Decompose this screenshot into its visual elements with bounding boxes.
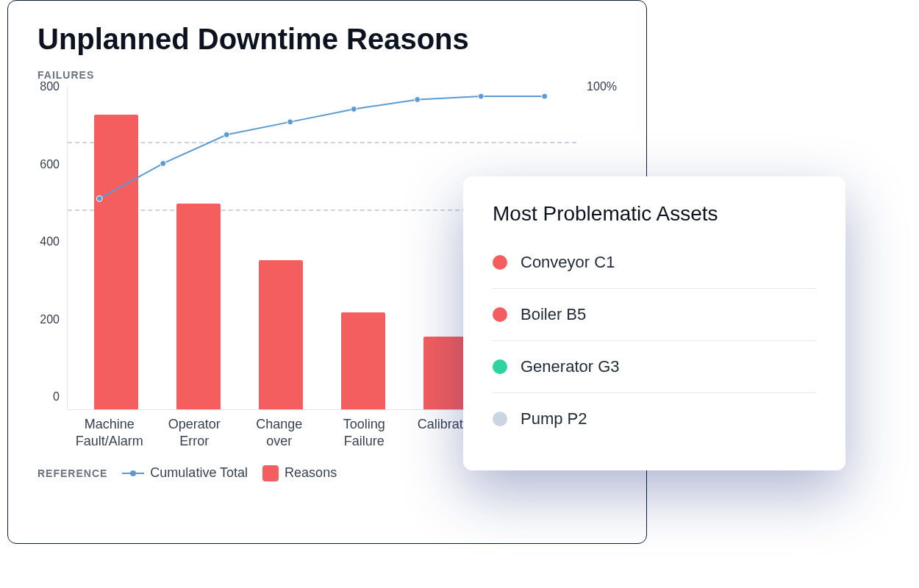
chart-bar: [341, 312, 385, 409]
x-tick: Machine Fault/Alarm: [73, 416, 146, 451]
chart-y-axis: 800 600 400 200 0: [37, 87, 67, 410]
assets-title: Most Problematic Assets: [493, 202, 816, 226]
x-tick: Operator Error: [157, 416, 231, 451]
legend-line-label: Cumulative Total: [150, 465, 248, 481]
chart-title: Unplanned Downtime Reasons: [37, 23, 617, 56]
status-dot-icon: [493, 412, 507, 426]
status-dot-icon: [493, 359, 507, 374]
x-tick: Change over: [243, 416, 316, 451]
legend-item-line: Cumulative Total: [122, 465, 248, 481]
asset-row[interactable]: Generator G3: [493, 341, 816, 393]
chart-bar: [176, 204, 221, 409]
legend-item-bar: Reasons: [262, 465, 337, 481]
chart-bar: [423, 337, 468, 409]
bar-swatch-icon: [262, 465, 279, 481]
legend-reference-label: REFERENCE: [37, 467, 107, 479]
x-tick: Tooling Failure: [327, 416, 401, 451]
y-tick: 800: [37, 80, 60, 93]
line-swatch-icon: [122, 473, 144, 474]
asset-name: Boiler B5: [521, 305, 586, 324]
y-tick: 600: [37, 158, 60, 171]
chart-bar: [259, 260, 303, 409]
assets-list: Conveyor C1Boiler B5Generator G3Pump P2: [493, 237, 816, 445]
status-dot-icon: [493, 255, 507, 270]
asset-row[interactable]: Conveyor C1: [493, 237, 816, 289]
y-tick: 0: [37, 390, 60, 404]
assets-card: Most Problematic Assets Conveyor C1Boile…: [463, 176, 845, 470]
asset-name: Pump P2: [521, 409, 587, 429]
chart-y-axis-label: FAILURES: [37, 69, 617, 81]
status-dot-icon: [493, 307, 507, 322]
y-tick: 200: [37, 313, 60, 326]
asset-row[interactable]: Boiler B5: [493, 289, 816, 341]
legend-bar-label: Reasons: [285, 465, 337, 481]
asset-row[interactable]: Pump P2: [493, 393, 816, 445]
chart-bar: [94, 115, 138, 409]
y-tick: 400: [37, 235, 60, 248]
chart-right-axis-label: 100%: [587, 80, 617, 93]
asset-name: Generator G3: [521, 357, 620, 376]
asset-name: Conveyor C1: [521, 253, 615, 272]
